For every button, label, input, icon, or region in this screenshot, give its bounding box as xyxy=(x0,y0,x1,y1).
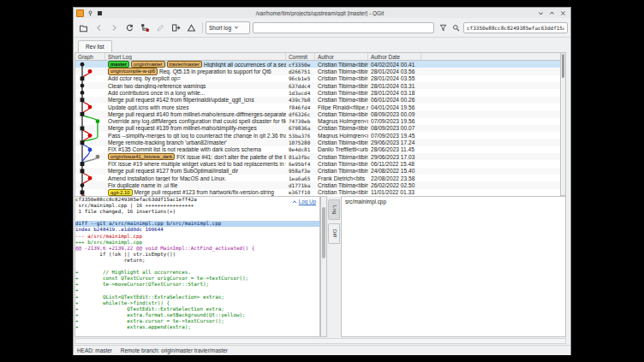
column-header-author[interactable]: Author xyxy=(315,53,368,60)
tab-rev-list[interactable]: Rev list xyxy=(78,40,112,52)
cell-commit: e367f10 xyxy=(286,189,315,196)
close-button[interactable] xyxy=(559,9,566,16)
tab-log[interactable]: Log xyxy=(328,199,340,220)
diff-view[interactable]: cf3350e88cc8c8249385efac63ddf15ac1eff42a… xyxy=(75,196,320,337)
column-header-author-date[interactable]: Author Date xyxy=(368,53,421,60)
cell-commit: d266751 xyxy=(286,68,315,74)
revlist-table: masterorigin/mastertravier/masterHighlig… xyxy=(75,61,566,196)
log-up-link[interactable]: Log Up xyxy=(290,199,316,205)
column-header-commit[interactable]: Commit xyxy=(286,53,315,60)
apply-patch-button[interactable] xyxy=(184,21,199,35)
cell-commit: 6e95bf4 xyxy=(286,160,315,167)
app-icon xyxy=(76,9,84,17)
scrollbar-thumb[interactable] xyxy=(562,54,564,78)
checkout-button[interactable] xyxy=(169,21,183,35)
cell-graph xyxy=(75,146,105,153)
horizontal-scrollbar[interactable] xyxy=(75,338,566,344)
diff-line: cf3350e88cc8c8249385efac63ddf15ac1eff42a xyxy=(75,197,319,203)
tab-diff[interactable]: Diff xyxy=(328,223,340,243)
detail-side-tabs: Log Diff xyxy=(328,196,340,337)
cell-subject: Merge pull request #127 from SubOptimal/… xyxy=(105,168,286,175)
file-item[interactable]: src/mainimpl.cpp xyxy=(342,197,565,205)
diff-line: + xyxy=(75,288,319,294)
cell-author: Frank Dietrich<bits_n_bytes@gmx... xyxy=(315,175,368,181)
ref-badge-branch: origin/compile-w-qt6 xyxy=(108,68,158,74)
pin-icon[interactable] xyxy=(86,9,93,16)
cell-date: 28/06/2023 11.45 xyxy=(368,146,421,153)
cell-subject: Update qgit.icns with more sizes xyxy=(105,104,286,110)
cell-date: 04/01/2024 19.56 xyxy=(368,104,421,110)
diff-scrollbar[interactable] xyxy=(320,196,327,337)
filter-input[interactable] xyxy=(253,22,434,33)
commit-row[interactable]: Merge pull request #140 from millnet-mah… xyxy=(75,110,565,117)
commit-row[interactable]: Pass --simplify-merges to git log to cou… xyxy=(75,132,565,139)
cell-graph xyxy=(75,110,105,117)
commit-row[interactable]: Clean two dangling-reference warnings637… xyxy=(75,82,565,89)
cell-commit: 1ea6a65 xyxy=(286,175,315,181)
revlist-scrollbar[interactable] xyxy=(560,52,566,196)
sha-input[interactable] xyxy=(463,22,568,33)
column-header-graph[interactable]: Graph xyxy=(75,53,105,60)
scrollbar-thumb[interactable] xyxy=(322,207,325,258)
cell-subject: qgit-2.10Merge pull request #123 from ha… xyxy=(105,189,286,196)
cell-subject: origin/compile-w-qt6Req. Qt5.15 in prepa… xyxy=(105,68,286,74)
commit-row[interactable]: Merge pull request #127 from SubOptimal/… xyxy=(75,168,565,175)
cell-date: 08/09/2023 00.07 xyxy=(368,125,421,132)
cell-date: 29/06/2023 17.03 xyxy=(368,153,421,160)
cell-graph xyxy=(75,82,105,89)
minimize-button[interactable] xyxy=(537,9,544,16)
commit-row[interactable]: origin/compile-w-qt6Req. Qt5.15 in prepa… xyxy=(75,68,565,74)
cell-graph xyxy=(75,132,105,139)
refresh-button[interactable] xyxy=(122,21,137,35)
search-icon[interactable] xyxy=(450,22,462,33)
cell-subject: masterorigin/mastertravier/masterHighlig… xyxy=(105,61,286,68)
filter-icon[interactable] xyxy=(438,22,449,33)
desktop-background: /var/home/tim/projects/upstream/qgit [ma… xyxy=(0,0,644,362)
cell-graph xyxy=(75,181,105,188)
cell-graph xyxy=(75,160,105,167)
cell-graph xyxy=(75,75,105,82)
commit-row[interactable]: Merge remote-tracking branch 'urban82/ma… xyxy=(75,139,565,145)
triangle-icon xyxy=(187,23,196,33)
maximize-button[interactable] xyxy=(548,9,555,16)
cell-commit: df6326c xyxy=(286,110,315,117)
commit-row[interactable]: qgit-2.10Merge pull request #123 from ha… xyxy=(75,189,565,196)
cell-date: 26/02/2022 02.50 xyxy=(368,181,421,188)
cell-graph xyxy=(75,97,105,104)
commit-row[interactable]: origin/issue41_listview_darkFIX issue #4… xyxy=(75,153,565,160)
diff-line: + extra.format.setBackground(Qt::yellow)… xyxy=(75,312,319,318)
cell-date: 29/06/2023 17.24 xyxy=(368,139,421,145)
cell-date: 28/01/2024 03.31 xyxy=(368,82,421,89)
commit-row[interactable]: Fix duplicate name in .ui filed1771baCri… xyxy=(75,181,565,188)
commit-row[interactable]: masterorigin/mastertravier/masterHighlig… xyxy=(75,61,565,68)
main-toolbar: Short log xyxy=(74,18,570,38)
diff-line xyxy=(75,215,319,221)
diff-line: + QList<QTextEdit::ExtraSelection> extra… xyxy=(75,294,319,300)
commit-row[interactable]: Add contributors once in a long while...… xyxy=(75,89,565,96)
commit-row[interactable]: FIX issue #19 where multiple widget valu… xyxy=(75,160,565,167)
commit-row[interactable]: Amend installation target for MacOS and … xyxy=(75,175,565,181)
commit-row[interactable]: Update qgit.icns with more sizesf846fd4F… xyxy=(75,104,565,110)
branch-tree-button[interactable] xyxy=(138,21,152,35)
open-button[interactable] xyxy=(76,21,91,35)
commit-row[interactable]: Override any log.diffMerges configuratio… xyxy=(75,118,565,125)
cell-commit: f846fd4 xyxy=(286,104,315,110)
commit-row[interactable]: Merge pull request #142 from filiperinal… xyxy=(75,97,565,104)
cell-author: Cristian Tibirna<tibirna@users.noc... xyxy=(315,189,368,196)
commit-row[interactable]: Merge pull request #139 from millnet-mah… xyxy=(75,125,565,132)
revlist-header: GraphShort LogCommitAuthorAuthor Date xyxy=(75,52,566,61)
commit-row[interactable]: FIX #135 Commit list is not readable wit… xyxy=(75,146,565,153)
diff-line: + QTextEdit::ExtraSelection extra; xyxy=(75,306,319,312)
status-head: HEAD: master xyxy=(77,347,112,353)
cell-subject: origin/issue41_listview_darkFIX issue #4… xyxy=(105,153,286,160)
column-header-short-log[interactable]: Short Log xyxy=(105,53,286,60)
edit-button xyxy=(153,21,168,35)
shade-icon[interactable] xyxy=(96,9,103,16)
diff-line: --- a/src/mainimpl.cpp xyxy=(75,234,319,240)
cell-graph xyxy=(75,139,105,145)
view-select[interactable]: Short log xyxy=(206,21,250,34)
commit-row[interactable]: Add cctor req. by explicit op=96cb1e5Cri… xyxy=(75,75,565,82)
cell-author: Cristian Tibirna<tibirna@kde.org> xyxy=(315,75,368,82)
detail-area: cf3350e88cc8c8249385efac63ddf15ac1eff42a… xyxy=(75,196,566,337)
cell-author: Cristian Tibirna<tibirna@users.noc... xyxy=(315,110,368,117)
